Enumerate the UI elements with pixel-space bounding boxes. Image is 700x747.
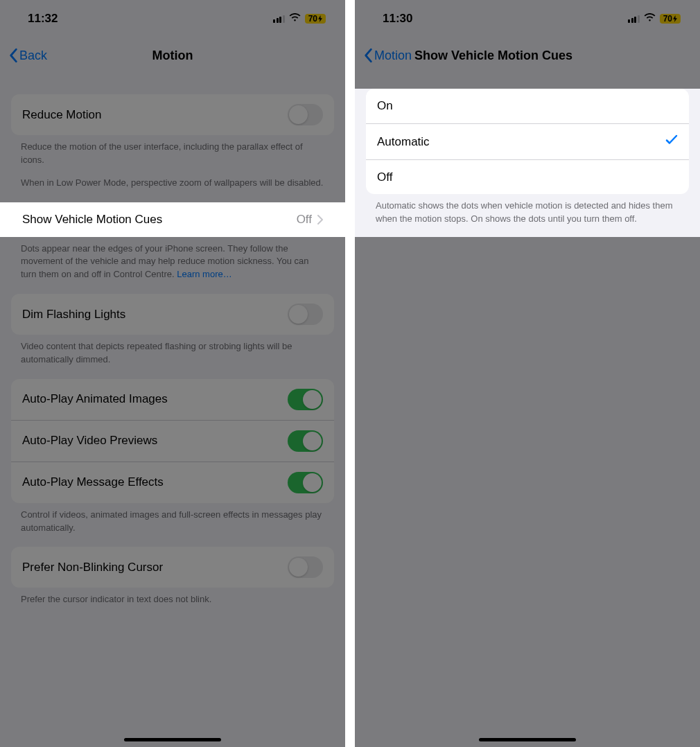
dim-flashing-toggle[interactable] [288,304,323,325]
group-options: On Automatic Off [366,89,689,194]
dim-flashing-footer: Video content that depicts repeated flas… [0,335,345,367]
chevron-left-icon [363,48,373,63]
vehicle-cues-footer: Dots appear near the edges of your iPhon… [0,237,345,282]
page-title: Motion [0,49,345,63]
highlight-options: On Automatic Off Automatic shows the dot… [355,89,700,237]
group-autoplay: Auto-Play Animated Images Auto-Play Vide… [11,379,334,503]
highlight-vehicle-cues: Show Vehicle Motion Cues Off [0,202,345,237]
autoplay-previews-label: Auto-Play Video Previews [22,434,157,448]
cursor-footer: Prefer the cursor indicator in text does… [0,588,345,606]
cellular-icon [273,15,285,23]
status-time: 11:32 [28,12,58,26]
vehicle-cues-value: Off [297,213,312,227]
phone-right: 11:30 70 Motion Show Vehicle Motion Cues… [355,0,700,747]
home-indicator [479,738,576,741]
autoplay-animated-toggle[interactable] [288,389,323,410]
row-reduce-motion[interactable]: Reduce Motion [11,94,334,135]
autoplay-previews-toggle[interactable] [288,430,323,452]
wifi-icon [644,12,656,26]
autoplay-effects-label: Auto-Play Message Effects [22,475,164,489]
option-on[interactable]: On [366,89,689,123]
option-on-label: On [377,99,393,113]
back-label: Motion [374,49,412,63]
nav-bar: Motion Show Vehicle Motion Cues [355,37,700,73]
row-autoplay-animated[interactable]: Auto-Play Animated Images [11,379,334,420]
row-autoplay-effects[interactable]: Auto-Play Message Effects [11,462,334,503]
battery-badge: 70 [305,14,326,24]
reduce-motion-footer: Reduce the motion of the user interface,… [0,135,345,167]
row-cursor[interactable]: Prefer Non-Blinking Cursor [11,547,334,588]
autoplay-effects-toggle[interactable] [288,472,323,493]
autoplay-animated-label: Auto-Play Animated Images [22,392,168,406]
back-label: Back [19,49,47,63]
chevron-left-icon [8,48,18,63]
dim-flashing-label: Dim Flashing Lights [22,308,125,322]
cellular-icon [628,15,640,23]
row-dim-flashing[interactable]: Dim Flashing Lights [11,294,334,335]
options-footer: Automatic shows the dots when vehicle mo… [355,194,700,226]
option-off-label: Off [377,170,392,184]
row-vehicle-cues[interactable]: Show Vehicle Motion Cues Off [11,202,334,237]
status-bar: 11:30 70 [355,0,700,37]
home-indicator [124,738,221,741]
battery-badge: 70 [660,14,681,24]
learn-more-link[interactable]: Learn more… [177,269,231,279]
status-time: 11:30 [383,12,412,26]
vehicle-cues-label: Show Vehicle Motion Cues [22,213,162,227]
group-cursor: Prefer Non-Blinking Cursor [11,547,334,588]
row-autoplay-previews[interactable]: Auto-Play Video Previews [11,420,334,462]
group-reduce-motion: Reduce Motion [11,94,334,135]
option-automatic[interactable]: Automatic [366,123,689,159]
back-button[interactable]: Motion [363,48,412,63]
nav-bar: Back Motion [0,37,345,73]
status-bar: 11:32 70 [0,0,345,37]
reduce-motion-label: Reduce Motion [22,108,101,122]
checkmark-icon [665,134,678,150]
option-off[interactable]: Off [366,159,689,194]
autoplay-footer: Control if videos, animated images and f… [0,503,345,535]
reduce-motion-toggle[interactable] [288,104,323,125]
wifi-icon [289,12,301,26]
cursor-label: Prefer Non-Blinking Cursor [22,561,163,574]
cursor-toggle[interactable] [288,556,323,578]
chevron-right-icon [317,215,323,225]
page-title: Show Vehicle Motion Cues [414,49,572,63]
option-automatic-label: Automatic [377,135,430,149]
phone-left: 11:32 70 Back Motion Reduce Motion Reduc… [0,0,345,747]
reduce-motion-footer-2: When in Low Power Mode, perspective zoom… [0,167,345,190]
group-dim-flashing: Dim Flashing Lights [11,294,334,335]
back-button[interactable]: Back [8,48,47,63]
